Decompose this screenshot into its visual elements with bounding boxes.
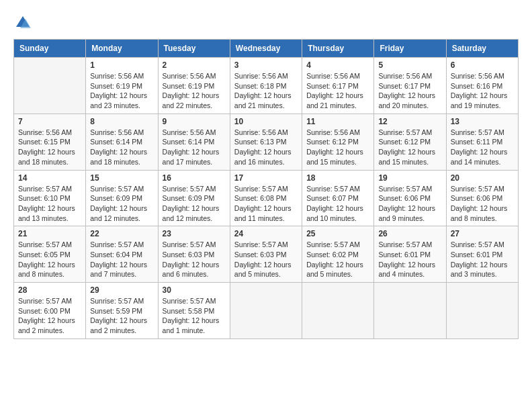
day-number: 3 <box>234 60 298 70</box>
day-number: 9 <box>163 117 226 126</box>
calendar-cell: 1Sunrise: 5:56 AMSunset: 6:19 PMDaylight… <box>86 58 158 114</box>
calendar-cell: 28Sunrise: 5:57 AMSunset: 6:00 PMDayligh… <box>14 283 86 339</box>
calendar-table: SundayMondayTuesdayWednesdayThursdayFrid… <box>13 39 519 339</box>
day-info: Sunrise: 5:57 AMSunset: 5:58 PMDaylight:… <box>163 296 226 336</box>
day-info: Sunrise: 5:56 AMSunset: 6:17 PMDaylight:… <box>306 71 369 111</box>
day-number: 24 <box>234 229 298 238</box>
weekday-header: Sunday <box>14 40 86 58</box>
day-number: 29 <box>90 285 153 295</box>
weekday-header: Saturday <box>446 40 518 58</box>
day-info: Sunrise: 5:57 AMSunset: 6:06 PMDaylight:… <box>378 184 441 224</box>
calendar-cell: 14Sunrise: 5:57 AMSunset: 6:10 PMDayligh… <box>14 170 86 226</box>
calendar-header-row: SundayMondayTuesdayWednesdayThursdayFrid… <box>14 40 519 58</box>
day-info: Sunrise: 5:56 AMSunset: 6:17 PMDaylight:… <box>378 71 441 111</box>
calendar-cell <box>446 283 518 339</box>
day-info: Sunrise: 5:57 AMSunset: 6:07 PMDaylight:… <box>306 184 369 224</box>
day-number: 25 <box>306 229 369 238</box>
day-info: Sunrise: 5:56 AMSunset: 6:18 PMDaylight:… <box>234 71 298 111</box>
day-info: Sunrise: 5:57 AMSunset: 5:59 PMDaylight:… <box>90 296 153 336</box>
calendar-cell <box>230 283 302 339</box>
calendar-cell: 9Sunrise: 5:56 AMSunset: 6:14 PMDaylight… <box>158 113 230 170</box>
day-number: 4 <box>306 60 369 70</box>
day-info: Sunrise: 5:57 AMSunset: 6:12 PMDaylight:… <box>378 128 441 167</box>
weekday-header: Wednesday <box>230 40 302 58</box>
calendar-week-row: 21Sunrise: 5:57 AMSunset: 6:05 PMDayligh… <box>14 226 519 283</box>
calendar-week-row: 7Sunrise: 5:56 AMSunset: 6:15 PMDaylight… <box>14 113 519 170</box>
calendar-cell: 3Sunrise: 5:56 AMSunset: 6:18 PMDaylight… <box>230 58 302 114</box>
calendar-cell: 10Sunrise: 5:56 AMSunset: 6:13 PMDayligh… <box>230 113 302 170</box>
day-number: 13 <box>451 117 514 126</box>
calendar-cell: 19Sunrise: 5:57 AMSunset: 6:06 PMDayligh… <box>374 170 446 226</box>
logo-icon <box>13 13 32 32</box>
day-info: Sunrise: 5:57 AMSunset: 6:02 PMDaylight:… <box>306 240 369 279</box>
day-info: Sunrise: 5:56 AMSunset: 6:19 PMDaylight:… <box>163 71 226 111</box>
calendar-cell: 6Sunrise: 5:56 AMSunset: 6:16 PMDaylight… <box>446 58 518 114</box>
day-number: 5 <box>378 60 441 70</box>
day-number: 12 <box>378 117 441 126</box>
day-number: 27 <box>451 229 514 238</box>
calendar-cell: 22Sunrise: 5:57 AMSunset: 6:04 PMDayligh… <box>86 226 158 283</box>
calendar-week-row: 28Sunrise: 5:57 AMSunset: 6:00 PMDayligh… <box>14 283 519 339</box>
calendar-cell: 30Sunrise: 5:57 AMSunset: 5:58 PMDayligh… <box>158 283 230 339</box>
calendar-cell: 23Sunrise: 5:57 AMSunset: 6:03 PMDayligh… <box>158 226 230 283</box>
day-info: Sunrise: 5:56 AMSunset: 6:12 PMDaylight:… <box>306 128 369 167</box>
day-info: Sunrise: 5:57 AMSunset: 6:06 PMDaylight:… <box>451 184 514 224</box>
calendar-cell: 4Sunrise: 5:56 AMSunset: 6:17 PMDaylight… <box>302 58 374 114</box>
calendar-cell: 5Sunrise: 5:56 AMSunset: 6:17 PMDaylight… <box>374 58 446 114</box>
calendar-cell: 18Sunrise: 5:57 AMSunset: 6:07 PMDayligh… <box>302 170 374 226</box>
day-info: Sunrise: 5:57 AMSunset: 6:04 PMDaylight:… <box>90 240 153 279</box>
day-number: 8 <box>90 117 153 126</box>
calendar-cell: 2Sunrise: 5:56 AMSunset: 6:19 PMDaylight… <box>158 58 230 114</box>
calendar-cell: 12Sunrise: 5:57 AMSunset: 6:12 PMDayligh… <box>374 113 446 170</box>
calendar-cell: 11Sunrise: 5:56 AMSunset: 6:12 PMDayligh… <box>302 113 374 170</box>
weekday-header: Monday <box>86 40 158 58</box>
calendar-cell: 17Sunrise: 5:57 AMSunset: 6:08 PMDayligh… <box>230 170 302 226</box>
day-number: 16 <box>163 173 226 183</box>
day-number: 14 <box>18 173 81 183</box>
calendar-cell: 15Sunrise: 5:57 AMSunset: 6:09 PMDayligh… <box>86 170 158 226</box>
calendar-cell: 27Sunrise: 5:57 AMSunset: 6:01 PMDayligh… <box>446 226 518 283</box>
calendar-cell <box>302 283 374 339</box>
day-info: Sunrise: 5:57 AMSunset: 6:09 PMDaylight:… <box>163 184 226 224</box>
calendar-cell: 24Sunrise: 5:57 AMSunset: 6:03 PMDayligh… <box>230 226 302 283</box>
day-number: 17 <box>234 173 298 183</box>
day-info: Sunrise: 5:56 AMSunset: 6:16 PMDaylight:… <box>451 71 514 111</box>
calendar-week-row: 1Sunrise: 5:56 AMSunset: 6:19 PMDaylight… <box>14 58 519 114</box>
day-number: 22 <box>90 229 153 238</box>
day-number: 30 <box>163 285 226 295</box>
day-number: 18 <box>306 173 369 183</box>
calendar-cell: 13Sunrise: 5:57 AMSunset: 6:11 PMDayligh… <box>446 113 518 170</box>
day-number: 20 <box>451 173 514 183</box>
day-info: Sunrise: 5:57 AMSunset: 6:00 PMDaylight:… <box>18 296 81 336</box>
day-info: Sunrise: 5:57 AMSunset: 6:08 PMDaylight:… <box>234 184 298 224</box>
day-info: Sunrise: 5:56 AMSunset: 6:15 PMDaylight:… <box>18 128 81 167</box>
day-number: 2 <box>163 60 226 70</box>
day-info: Sunrise: 5:56 AMSunset: 6:14 PMDaylight:… <box>163 128 226 167</box>
calendar-cell <box>14 58 86 114</box>
calendar-cell <box>374 283 446 339</box>
page-header <box>13 13 519 32</box>
day-info: Sunrise: 5:57 AMSunset: 6:03 PMDaylight:… <box>163 240 226 279</box>
day-number: 10 <box>234 117 298 126</box>
calendar-week-row: 14Sunrise: 5:57 AMSunset: 6:10 PMDayligh… <box>14 170 519 226</box>
day-number: 11 <box>306 117 369 126</box>
calendar-cell: 29Sunrise: 5:57 AMSunset: 5:59 PMDayligh… <box>86 283 158 339</box>
day-number: 1 <box>90 60 153 70</box>
day-info: Sunrise: 5:57 AMSunset: 6:01 PMDaylight:… <box>378 240 441 279</box>
day-info: Sunrise: 5:57 AMSunset: 6:01 PMDaylight:… <box>451 240 514 279</box>
calendar-cell: 7Sunrise: 5:56 AMSunset: 6:15 PMDaylight… <box>14 113 86 170</box>
day-number: 23 <box>163 229 226 238</box>
day-number: 28 <box>18 285 81 295</box>
calendar-cell: 26Sunrise: 5:57 AMSunset: 6:01 PMDayligh… <box>374 226 446 283</box>
logo <box>13 13 35 32</box>
day-info: Sunrise: 5:57 AMSunset: 6:10 PMDaylight:… <box>18 184 81 224</box>
day-number: 15 <box>90 173 153 183</box>
calendar-cell: 25Sunrise: 5:57 AMSunset: 6:02 PMDayligh… <box>302 226 374 283</box>
day-info: Sunrise: 5:56 AMSunset: 6:19 PMDaylight:… <box>90 71 153 111</box>
day-info: Sunrise: 5:57 AMSunset: 6:11 PMDaylight:… <box>451 128 514 167</box>
day-info: Sunrise: 5:57 AMSunset: 6:09 PMDaylight:… <box>90 184 153 224</box>
day-number: 19 <box>378 173 441 183</box>
day-info: Sunrise: 5:57 AMSunset: 6:03 PMDaylight:… <box>234 240 298 279</box>
calendar-cell: 20Sunrise: 5:57 AMSunset: 6:06 PMDayligh… <box>446 170 518 226</box>
day-info: Sunrise: 5:56 AMSunset: 6:14 PMDaylight:… <box>90 128 153 167</box>
